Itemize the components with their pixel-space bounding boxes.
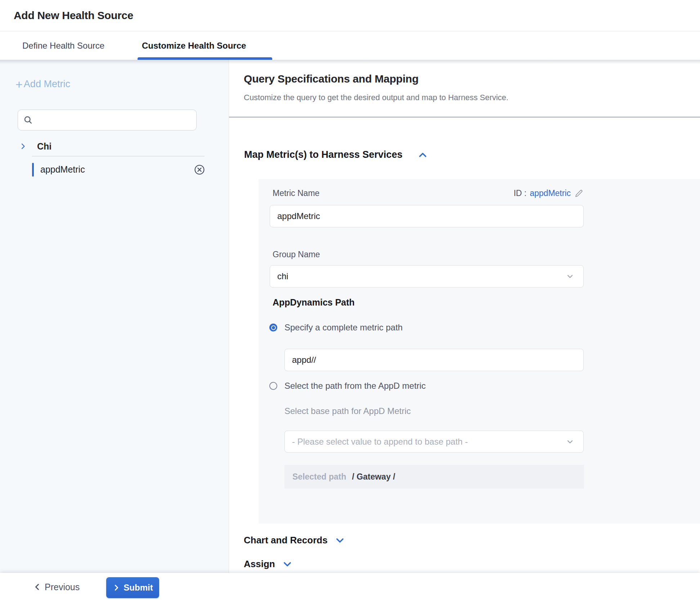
radio-complete-metric-path[interactable]: Specify a complete metric path: [269, 322, 403, 333]
id-value-link[interactable]: appdMetric: [530, 188, 571, 198]
chevron-down-icon[interactable]: [282, 559, 292, 569]
search-icon: [23, 115, 33, 125]
selected-path-value: / Gateway /: [352, 472, 395, 482]
selected-path-label: Selected path: [292, 472, 346, 482]
remove-metric-icon[interactable]: [194, 164, 205, 175]
radio-select-appd-path[interactable]: Select the path from the AppD metric: [269, 381, 426, 391]
base-path-select[interactable]: - Please select value to append to base …: [284, 431, 584, 453]
add-metric-button[interactable]: + Add Metric: [15, 79, 70, 90]
previous-label: Previous: [45, 582, 80, 592]
page-header: Add New Health Source: [0, 0, 700, 31]
content-subheading: Customize the query to get the desired o…: [244, 93, 508, 102]
tab-customize-health-source[interactable]: Customize Health Source: [142, 31, 246, 60]
base-path-label: Select base path for AppD Metric: [284, 406, 411, 416]
map-metrics-panel: Metric Name ID : appdMetric Group Name c…: [259, 179, 700, 524]
main-content: Query Specifications and Mapping Customi…: [229, 60, 700, 573]
metric-search: [18, 110, 197, 130]
selected-indicator: [32, 163, 34, 177]
chevron-left-icon: [33, 583, 42, 591]
metric-item-label: appdMetric: [40, 164, 85, 175]
radio-selected-icon[interactable]: [269, 324, 277, 331]
section-assign-toggle[interactable]: Assign: [244, 558, 292, 570]
section-chart-records-toggle[interactable]: Chart and Records: [244, 535, 345, 546]
section-title: Assign: [244, 558, 275, 570]
page-title: Add New Health Source: [14, 9, 133, 22]
search-input[interactable]: [37, 110, 196, 130]
tab-label: Customize Health Source: [142, 41, 246, 51]
radio-label: Specify a complete metric path: [284, 322, 403, 333]
chevron-right-icon: [19, 142, 27, 152]
add-metric-label: Add Metric: [24, 79, 70, 90]
content-divider: [229, 117, 700, 117]
group-name-label: Group Name: [273, 250, 320, 259]
group-name-select[interactable]: chi: [270, 265, 584, 288]
section-title: Chart and Records: [244, 535, 328, 546]
radio-label: Select the path from the AppD metric: [284, 381, 426, 391]
group-label: Chi: [37, 141, 51, 152]
content-heading: Query Specifications and Mapping: [244, 73, 418, 85]
chevron-up-icon[interactable]: [418, 150, 428, 160]
submit-label: Submit: [124, 583, 153, 593]
complete-metric-path-input[interactable]: [284, 349, 584, 371]
sidebar-divider: [32, 156, 205, 156]
selected-path-display: Selected path / Gateway /: [284, 465, 584, 489]
chevron-right-icon: [112, 584, 120, 592]
sidebar-item-appdmetric[interactable]: appdMetric: [0, 161, 229, 179]
section-title: Map Metric(s) to Harness Services: [244, 149, 403, 160]
previous-button[interactable]: Previous: [33, 573, 80, 601]
chevron-down-icon[interactable]: [335, 535, 345, 546]
plus-icon: +: [15, 79, 23, 90]
id-label: ID :: [513, 188, 526, 198]
metric-id-row: ID : appdMetric: [513, 188, 584, 198]
chevron-down-icon: [565, 437, 575, 449]
edit-id-icon[interactable]: [574, 189, 584, 198]
group-name-value: chi: [277, 271, 288, 281]
sidebar-group-chi[interactable]: Chi: [0, 138, 229, 155]
submit-button[interactable]: Submit: [106, 577, 159, 598]
chevron-down-icon: [565, 272, 575, 283]
section-map-metrics-toggle[interactable]: Map Metric(s) to Harness Services: [244, 149, 428, 160]
metric-name-label: Metric Name: [273, 188, 319, 198]
tab-define-health-source[interactable]: Define Health Source: [22, 31, 104, 60]
appdynamics-path-heading: AppDynamics Path: [273, 297, 355, 308]
base-path-placeholder: - Please select value to append to base …: [292, 437, 468, 447]
tab-label: Define Health Source: [22, 41, 104, 51]
active-tab-indicator: [138, 57, 272, 60]
metrics-sidebar: + Add Metric Chi appdMetric: [0, 60, 229, 573]
tab-bar: Define Health Source Customize Health So…: [0, 31, 700, 60]
radio-unselected-icon[interactable]: [269, 382, 277, 390]
wizard-footer: Previous Submit: [0, 573, 700, 601]
metric-name-input[interactable]: [270, 205, 584, 227]
